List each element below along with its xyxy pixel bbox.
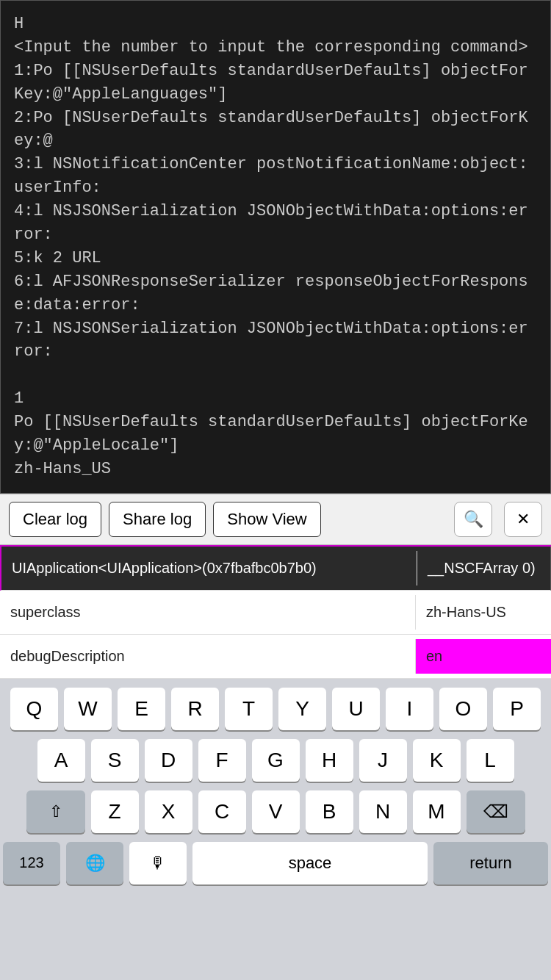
table-cell-right-highlighted: en [416, 639, 551, 674]
key-f[interactable]: F [198, 739, 246, 782]
key-o[interactable]: O [439, 688, 487, 730]
table-cell-header-right: __NSCFArray 0) [417, 551, 550, 586]
keyboard-row-2: A S D F G H J K L [3, 739, 548, 782]
key-w[interactable]: W [64, 688, 112, 730]
table-cell-left: superclass [0, 595, 416, 630]
key-l[interactable]: L [467, 739, 514, 782]
table-cell-left: debugDescription [0, 639, 416, 674]
key-t[interactable]: T [225, 688, 273, 730]
key-z[interactable]: Z [91, 790, 139, 833]
space-key[interactable]: space [192, 842, 428, 884]
key-x[interactable]: X [145, 790, 192, 833]
globe-key[interactable]: 🌐 [66, 842, 123, 884]
key-j[interactable]: J [359, 739, 407, 782]
log-container: H <Input the number to input the corresp… [0, 0, 551, 494]
numbers-key[interactable]: 123 [3, 842, 60, 884]
delete-key[interactable]: ⌫ [467, 790, 525, 833]
keyboard-row-3: ⇧ Z X C V B N M ⌫ [3, 790, 548, 833]
key-b[interactable]: B [306, 790, 353, 833]
key-n[interactable]: N [359, 790, 407, 833]
table-cell-right: zh-Hans-US [416, 595, 551, 630]
key-a[interactable]: A [37, 739, 85, 782]
key-g[interactable]: G [252, 739, 300, 782]
shift-key[interactable]: ⇧ [26, 790, 85, 833]
key-u[interactable]: U [332, 688, 380, 730]
clear-log-button[interactable]: Clear log [9, 502, 101, 537]
keyboard-row-1: Q W E R T Y U I O P [3, 688, 548, 730]
toolbar: Clear log Share log Show View 🔍 ✕ [0, 494, 551, 545]
keyboard: Q W E R T Y U I O P A S D F G H J K L ⇧ … [0, 679, 551, 898]
keyboard-row-4: 123 🌐 🎙 space return [3, 842, 548, 884]
search-icon: 🔍 [464, 510, 483, 529]
table-container: UIApplication<UIApplication>(0x7fbafbc0b… [0, 545, 551, 679]
key-e[interactable]: E [118, 688, 165, 730]
key-k[interactable]: K [413, 739, 461, 782]
key-i[interactable]: I [386, 688, 433, 730]
mic-key[interactable]: 🎙 [129, 842, 187, 884]
return-key[interactable]: return [433, 842, 548, 884]
share-log-button[interactable]: Share log [109, 502, 206, 537]
key-y[interactable]: Y [278, 688, 326, 730]
key-c[interactable]: C [198, 790, 246, 833]
key-m[interactable]: M [413, 790, 461, 833]
key-q[interactable]: Q [10, 688, 58, 730]
key-p[interactable]: P [493, 688, 541, 730]
key-r[interactable]: R [171, 688, 219, 730]
key-v[interactable]: V [252, 790, 300, 833]
key-d[interactable]: D [145, 739, 192, 782]
key-s[interactable]: S [91, 739, 139, 782]
log-text: H <Input the number to input the corresp… [14, 12, 537, 481]
table-row: debugDescription en [0, 635, 551, 679]
show-view-button[interactable]: Show View [213, 502, 320, 537]
table-cell-header-left: UIApplication<UIApplication>(0x7fbafbc0b… [1, 551, 417, 586]
table-row: superclass zh-Hans-US [0, 591, 551, 635]
search-button[interactable]: 🔍 [454, 502, 492, 537]
table-row: UIApplication<UIApplication>(0x7fbafbc0b… [0, 547, 551, 591]
key-h[interactable]: H [306, 739, 353, 782]
close-button[interactable]: ✕ [504, 502, 542, 537]
close-icon: ✕ [516, 510, 530, 529]
